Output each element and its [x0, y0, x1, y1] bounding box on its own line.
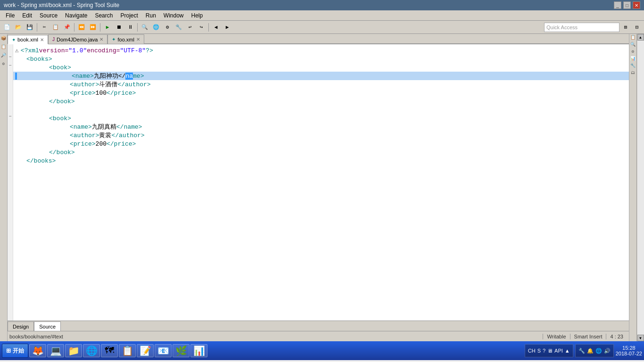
- right-icon-6[interactable]: 🗂: [631, 70, 635, 75]
- taskbar-app-chart[interactable]: 📊: [190, 344, 207, 357]
- toolbar-btn-11[interactable]: 🌐: [151, 22, 161, 33]
- tray-icon-4[interactable]: 🔊: [604, 348, 611, 354]
- close-button[interactable]: ✕: [633, 1, 640, 9]
- code-line-3[interactable]: <book>: [13, 63, 629, 72]
- code-line-11[interactable]: <author>黄裳</author>: [13, 131, 629, 140]
- bottom-tab-source[interactable]: Source: [34, 321, 61, 331]
- display-icon[interactable]: 🖥: [547, 348, 553, 354]
- tab-close-book-xml[interactable]: ✕: [40, 37, 44, 42]
- right-icon-3[interactable]: ⚙: [632, 49, 634, 54]
- right-icon-2[interactable]: 🔍: [630, 42, 636, 47]
- window-controls[interactable]: _ □ ✕: [614, 1, 640, 9]
- side-icon-3[interactable]: 🔎: [0, 52, 7, 58]
- left-side-icons: 📦 📋 🔎 ⚙: [0, 34, 8, 341]
- toolbar-btn-views[interactable]: ⊟: [632, 22, 642, 33]
- taskbar-app-notes[interactable]: 📋: [119, 344, 136, 357]
- toolbar-btn-16[interactable]: ◀: [211, 22, 221, 33]
- right-icon-1[interactable]: 📋: [630, 35, 636, 40]
- taskbar-app-spring[interactable]: 🌿: [173, 344, 190, 357]
- toolbar-btn-5[interactable]: 📌: [62, 22, 72, 33]
- side-icon-1[interactable]: 📦: [0, 35, 7, 41]
- toolbar-btn-2[interactable]: 📂: [13, 22, 24, 33]
- code-line-12[interactable]: <price>200</price>: [13, 140, 629, 148]
- minimize-button[interactable]: _: [614, 1, 621, 9]
- code-line-10[interactable]: <name>九阴真精</name>: [13, 123, 629, 131]
- menu-run[interactable]: Run: [142, 10, 160, 21]
- quick-access-field[interactable]: Quick Access: [544, 23, 619, 32]
- toolbar-btn-9[interactable]: ⏸: [125, 22, 135, 33]
- mail-icon: 📧: [157, 345, 169, 357]
- side-icon-2[interactable]: 📋: [0, 43, 7, 50]
- tab-icon-foo-xml: ✦: [112, 37, 116, 42]
- menu-window[interactable]: Window: [160, 10, 188, 21]
- tab-dom4jdemo[interactable]: J Dom4JDemo.java ✕: [48, 34, 107, 44]
- side-icon-4[interactable]: ⚙: [0, 60, 7, 67]
- toolbar-btn-8[interactable]: ⏹: [114, 22, 124, 33]
- toolbar-btn-14[interactable]: ↩: [185, 22, 195, 33]
- toolbar-btn-7[interactable]: ⏩: [88, 22, 98, 33]
- code-line-13[interactable]: </book>: [13, 148, 629, 156]
- ime-icon[interactable]: S: [537, 348, 541, 354]
- taskbar-app-mail[interactable]: 📧: [155, 344, 172, 357]
- code-line-14[interactable]: </books>: [13, 156, 629, 165]
- files-icon: 📁: [68, 345, 80, 357]
- outer-scrollbar[interactable]: ▲ ▼: [636, 34, 644, 341]
- scroll-track[interactable]: [637, 41, 644, 335]
- toolbar-btn-12[interactable]: ⚙: [162, 22, 173, 33]
- window-title: work - Spring xml/book.xml - Spring Tool…: [4, 2, 614, 8]
- taskbar-app-word[interactable]: 📝: [137, 344, 154, 357]
- tab-close-dom4jdemo[interactable]: ✕: [99, 37, 103, 42]
- tab-foo-xml[interactable]: ✦ foo.xml ✕: [107, 34, 144, 44]
- toolbar-btn-15[interactable]: ↪: [196, 22, 206, 33]
- toolbar-btn-13[interactable]: 🔧: [173, 22, 184, 33]
- taskbar-app-terminal[interactable]: 💻: [47, 344, 64, 357]
- right-icon-4[interactable]: 📊: [630, 56, 636, 61]
- scroll-down-btn[interactable]: ▼: [637, 335, 644, 341]
- tray-icon-3[interactable]: 🌐: [595, 348, 602, 354]
- tray-icon-1[interactable]: 🔧: [578, 348, 585, 354]
- code-line-7[interactable]: </book>: [13, 97, 629, 106]
- menu-navigate[interactable]: Navigate: [61, 10, 91, 21]
- taskbar-app-files[interactable]: 📁: [65, 344, 82, 357]
- scroll-up-btn[interactable]: ▲: [637, 34, 644, 41]
- code-line-4[interactable]: <name>九阳神功</name>: [13, 72, 629, 80]
- toolbar-btn-new[interactable]: 📄: [2, 22, 12, 33]
- toolbar-sep-2: [74, 23, 74, 32]
- toolbar-btn-4[interactable]: 📋: [50, 22, 61, 33]
- taskbar-app-maps[interactable]: 🗺: [101, 344, 118, 357]
- menu-file[interactable]: File: [2, 10, 18, 21]
- editor-content[interactable]: − − − ⚠: [8, 44, 629, 321]
- menu-edit[interactable]: Edit: [18, 10, 36, 21]
- taskbar-app-chrome[interactable]: 🌐: [83, 344, 100, 357]
- toolbar-btn-3[interactable]: ✂: [39, 22, 50, 33]
- toolbar-btn-run[interactable]: ▶: [102, 22, 113, 33]
- code-line-1[interactable]: ⚠ <?xml version="1.0" encoding="UTF-8" ?…: [13, 46, 629, 55]
- tab-book-xml[interactable]: ✦ book.xml ✕: [8, 35, 48, 44]
- help-icon[interactable]: ?: [543, 348, 545, 354]
- toolbar-btn-perspective[interactable]: ⊞: [620, 22, 631, 33]
- maximize-button[interactable]: □: [623, 1, 631, 9]
- tray-icon-2[interactable]: 🔔: [587, 348, 594, 354]
- taskbar-app-firefox[interactable]: 🦊: [29, 344, 46, 357]
- code-line-2[interactable]: <books>: [13, 55, 629, 63]
- toolbar-btn-17[interactable]: ▶: [222, 22, 232, 33]
- status-path: books/book/name/#text: [9, 334, 543, 339]
- menu-project[interactable]: Project: [116, 10, 141, 21]
- code-line-6[interactable]: <price>100</price>: [13, 89, 629, 97]
- menu-search[interactable]: Search: [91, 10, 116, 21]
- menu-source[interactable]: Source: [36, 10, 61, 21]
- sys-tray-2: 🔧 🔔 🌐 🔊: [575, 344, 614, 357]
- expand-icon[interactable]: ▲: [565, 348, 570, 354]
- code-lines[interactable]: ⚠ <?xml version="1.0" encoding="UTF-8" ?…: [13, 44, 629, 321]
- bottom-tab-design[interactable]: Design: [8, 321, 34, 331]
- code-line-8[interactable]: [13, 106, 629, 114]
- right-icon-5[interactable]: 🔧: [630, 63, 636, 68]
- tab-close-foo-xml[interactable]: ✕: [136, 37, 140, 42]
- toolbar-btn-save[interactable]: 💾: [25, 22, 35, 33]
- menu-help[interactable]: Help: [188, 10, 207, 21]
- toolbar-btn-6[interactable]: ⏪: [76, 22, 87, 33]
- code-line-5[interactable]: <author>斗酒僧</author>: [13, 80, 629, 89]
- code-line-9[interactable]: <book>: [13, 114, 629, 123]
- toolbar-btn-10[interactable]: 🔍: [140, 22, 150, 33]
- start-button[interactable]: ⊞ 开始: [2, 344, 28, 358]
